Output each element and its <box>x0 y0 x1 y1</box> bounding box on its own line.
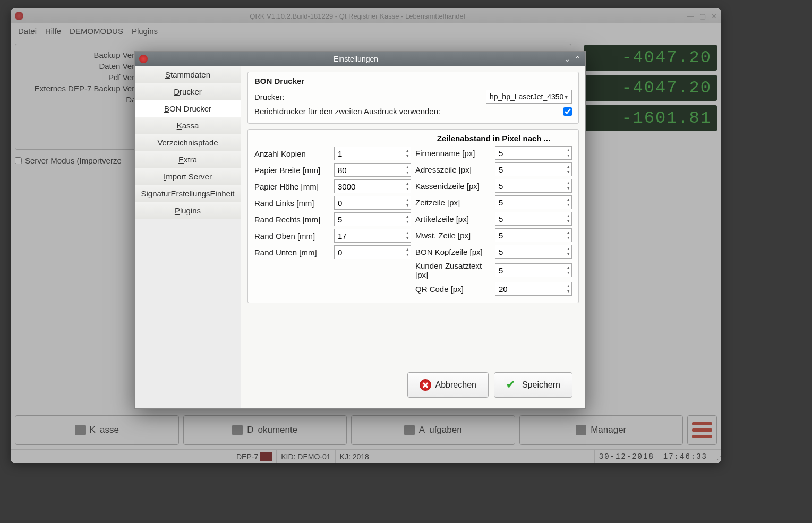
spin-down-icon[interactable]: ▼ <box>404 236 411 241</box>
spin-up-icon[interactable]: ▲ <box>404 198 411 203</box>
spin-input[interactable]: ▲▼ <box>334 163 411 177</box>
spin-up-icon[interactable]: ▲ <box>565 148 571 153</box>
spin-input[interactable]: ▲▼ <box>334 229 411 243</box>
cancel-button[interactable]: Abbrechen <box>407 372 489 398</box>
tab-bon-drucker[interactable]: BON Drucker <box>135 100 241 117</box>
spin-label: Firmenname [px] <box>415 149 495 158</box>
spin-down-icon[interactable]: ▼ <box>565 252 571 257</box>
spin-input[interactable]: ▲▼ <box>495 212 572 226</box>
spin-value[interactable] <box>495 149 565 158</box>
spin-label: Rand Unten [mm] <box>254 248 334 257</box>
spin-value[interactable] <box>495 285 565 294</box>
section-title: BON Drucker <box>254 76 572 85</box>
spin-value[interactable] <box>495 215 565 224</box>
tab-stammdaten[interactable]: Stammdaten <box>135 66 241 83</box>
paper-settings-section: Anzahl Kopien▲▼Papier Breite [mm]▲▼Papie… <box>247 129 579 303</box>
spin-label: Adresszeile [px] <box>415 165 495 174</box>
spin-value[interactable] <box>495 198 565 207</box>
spin-up-icon[interactable]: ▲ <box>404 181 411 186</box>
spin-down-icon[interactable]: ▼ <box>404 153 411 159</box>
spin-value[interactable] <box>335 166 404 175</box>
spin-up-icon[interactable]: ▲ <box>565 230 571 235</box>
spin-value[interactable] <box>335 182 404 191</box>
spin-up-icon[interactable]: ▲ <box>565 265 571 270</box>
spin-value[interactable] <box>495 182 565 191</box>
spin-input[interactable]: ▲▼ <box>495 282 572 296</box>
spin-input[interactable]: ▲▼ <box>334 245 411 259</box>
spin-label: Mwst. Zeile [px] <box>415 231 495 240</box>
spin-up-icon[interactable]: ▲ <box>565 164 571 169</box>
spin-input[interactable]: ▲▼ <box>495 162 572 176</box>
main-window: QRK V1.10.2.Build-181229 - Qt Registrier… <box>11 8 721 463</box>
spin-input[interactable]: ▲▼ <box>495 245 572 259</box>
spin-input[interactable]: ▲▼ <box>334 196 411 210</box>
tab-plugins[interactable]: Plugins <box>135 202 241 219</box>
spin-up-icon[interactable]: ▲ <box>565 197 571 202</box>
spin-input[interactable]: ▲▼ <box>495 146 572 160</box>
spin-down-icon[interactable]: ▼ <box>565 219 571 224</box>
spin-input[interactable]: ▲▼ <box>495 263 572 277</box>
spin-label: Zeitzeile [px] <box>415 198 495 207</box>
tab-signatur[interactable]: SignaturErstellungsEinheit <box>135 185 241 202</box>
caret-down-icon: ▼ <box>563 94 569 100</box>
spin-up-icon[interactable]: ▲ <box>404 247 411 252</box>
spin-value[interactable] <box>335 149 404 158</box>
berichtdrucker-label: Berichtdrucker für den zweiten Ausdruck … <box>254 107 440 116</box>
spin-value[interactable] <box>495 266 565 275</box>
drucker-label: Drucker: <box>254 92 285 101</box>
spin-value[interactable] <box>495 231 565 240</box>
spin-down-icon[interactable]: ▼ <box>404 203 411 208</box>
spin-down-icon[interactable]: ▼ <box>565 235 571 241</box>
spin-label: Rand Oben [mm] <box>254 232 334 241</box>
spin-up-icon[interactable]: ▲ <box>565 246 571 252</box>
chevron-down-icon[interactable]: ⌄ <box>564 55 570 63</box>
spin-label: Papier Breite [mm] <box>254 166 334 175</box>
spin-value[interactable] <box>335 199 404 208</box>
spin-value[interactable] <box>335 232 404 241</box>
spin-input[interactable]: ▲▼ <box>334 147 411 160</box>
dialog-titlebar: Einstellungen ⌄ ⌃ <box>135 52 585 66</box>
tab-import-server[interactable]: Import Server <box>135 168 241 185</box>
spin-label: BON Kopfzeile [px] <box>415 247 495 256</box>
spin-down-icon[interactable]: ▼ <box>565 169 571 175</box>
save-button[interactable]: Speichern <box>494 372 572 398</box>
tab-kassa[interactable]: Kassa <box>135 117 241 134</box>
spin-down-icon[interactable]: ▼ <box>404 252 411 258</box>
spin-up-icon[interactable]: ▲ <box>565 213 571 219</box>
spin-down-icon[interactable]: ▼ <box>565 289 571 294</box>
spin-input[interactable]: ▲▼ <box>495 195 572 209</box>
spin-up-icon[interactable]: ▲ <box>404 214 411 219</box>
spin-down-icon[interactable]: ▼ <box>404 219 411 225</box>
spin-up-icon[interactable]: ▲ <box>404 165 411 170</box>
spin-value[interactable] <box>495 247 565 256</box>
spin-label: Anzahl Kopien <box>254 149 334 158</box>
spin-down-icon[interactable]: ▼ <box>404 186 411 192</box>
spin-label: Rand Links [mm] <box>254 199 334 208</box>
spin-value[interactable] <box>335 248 404 257</box>
spin-label: Artikelzeile [px] <box>415 215 495 224</box>
spin-up-icon[interactable]: ▲ <box>404 230 411 236</box>
spin-input[interactable]: ▲▼ <box>334 212 411 226</box>
spin-value[interactable] <box>335 215 404 224</box>
spin-label: Papier Höhe [mm] <box>254 182 334 191</box>
tab-drucker[interactable]: Drucker <box>135 83 241 100</box>
cancel-icon <box>420 379 431 391</box>
spin-up-icon[interactable]: ▲ <box>565 181 571 186</box>
spin-input[interactable]: ▲▼ <box>334 179 411 193</box>
drucker-combobox[interactable]: hp_hp_LaserJet_4350 ▼ <box>486 90 572 104</box>
tab-extra[interactable]: Extra <box>135 151 241 168</box>
chevron-up-icon[interactable]: ⌃ <box>575 55 581 63</box>
spin-up-icon[interactable]: ▲ <box>565 284 571 289</box>
spin-down-icon[interactable]: ▼ <box>565 153 571 158</box>
spin-down-icon[interactable]: ▼ <box>565 202 571 208</box>
spin-value[interactable] <box>495 165 565 174</box>
berichtdrucker-checkbox[interactable] <box>563 107 572 116</box>
spin-down-icon[interactable]: ▼ <box>565 186 571 191</box>
spin-down-icon[interactable]: ▼ <box>404 170 411 175</box>
tab-verzeichnispfade[interactable]: Verzeichnispfade <box>135 134 241 151</box>
spin-down-icon[interactable]: ▼ <box>565 270 571 276</box>
spin-input[interactable]: ▲▼ <box>495 228 572 242</box>
check-icon <box>506 379 518 391</box>
spin-up-icon[interactable]: ▲ <box>404 148 411 153</box>
spin-input[interactable]: ▲▼ <box>495 179 572 193</box>
